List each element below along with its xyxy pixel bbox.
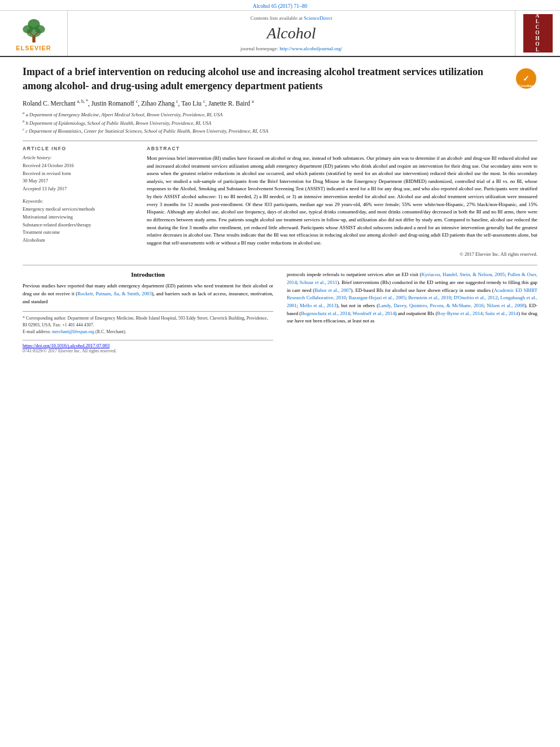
- affil-a: a a Department of Emergency Medicine, Al…: [23, 110, 537, 119]
- affiliations: a a Department of Emergency Medicine, Al…: [23, 110, 537, 135]
- intro-right-text: protocols impede referrals to outpatient…: [287, 271, 537, 325]
- svg-text:✓: ✓: [523, 74, 530, 83]
- sciencedirect-link[interactable]: ScienceDirect: [304, 15, 332, 21]
- history-subheading: Article history:: [23, 155, 135, 160]
- authors-line: Roland C. Merchant a, b, *, Justin Roman…: [23, 99, 537, 107]
- doi-link[interactable]: https://doi.org/10.1016/j.alcohol.2017.0…: [23, 343, 110, 348]
- doi-line: https://doi.org/10.1016/j.alcohol.2017.0…: [23, 343, 273, 348]
- ref-nilsen[interactable]: Nilsen et al., 2008: [487, 303, 524, 308]
- crossmark-icon[interactable]: ✓ CrossMark: [515, 67, 537, 90]
- journal-homepage: journal homepage: http://www.alcoholjour…: [240, 46, 343, 51]
- footnote-section: * Corresponding author. Department of Em…: [23, 311, 273, 335]
- article-title-text: Impact of a brief intervention on reduci…: [23, 65, 515, 93]
- footnote-corr-author: * Corresponding author. Department of Em…: [23, 315, 273, 329]
- article-title-row: Impact of a brief intervention on reduci…: [23, 65, 537, 93]
- ref-rockett[interactable]: Rockett, Putnam, Jia, & Smith, 2003: [77, 291, 152, 296]
- keywords-block: Keywords: Emergency medical services/met…: [23, 198, 135, 244]
- ref-schuur[interactable]: Schuur et al., 2011: [300, 279, 338, 285]
- section-divider: [23, 265, 537, 265]
- ref-saitz[interactable]: Saitz et al., 2014: [485, 311, 518, 316]
- keyword-2: Motivational interviewing: [23, 213, 135, 221]
- keyword-3: Substance-related disorders/therapy: [23, 221, 135, 229]
- keywords-heading: Keywords:: [23, 198, 135, 204]
- journal-volume-banner: Alcohol 65 (2017) 71–80: [0, 0, 560, 11]
- svg-text:CrossMark: CrossMark: [519, 84, 533, 88]
- affil-c: c c Department of Biostatistics, Center …: [23, 126, 537, 135]
- issn-line: 0741-8329/© 2017 Elsevier Inc. All right…: [23, 348, 273, 353]
- elsevier-text: ELSEVIER: [16, 45, 51, 51]
- journal-header: ELSEVIER Contents lists available at Sci…: [0, 11, 560, 57]
- abstract-column: Abstract Most previous brief interventio…: [147, 146, 537, 257]
- ref-donofrio[interactable]: D'Onofrio et al., 2012: [454, 295, 498, 300]
- keyword-5: Alcoholism: [23, 237, 135, 244]
- alcohol-logo-right: A L C O H O L: [515, 11, 560, 56]
- sciencedirect-text: Contents lists available at ScienceDirec…: [251, 15, 333, 21]
- main-content: Impact of a brief intervention on reduci…: [0, 57, 560, 361]
- keyword-1: Emergency medical services/methods: [23, 206, 135, 213]
- volume-text: Alcohol 65 (2017) 71–80: [253, 3, 307, 9]
- ref-bernstein[interactable]: Bernstein et al., 2010: [408, 295, 451, 300]
- accepted-date: Accepted 13 July 2017: [23, 185, 135, 193]
- svg-rect-4: [32, 36, 35, 42]
- page: Alcohol 65 (2017) 71–80 ELSEVIER Content…: [0, 0, 560, 361]
- abstract-heading: Abstract: [147, 146, 537, 151]
- keyword-4: Treatment outcome: [23, 229, 135, 237]
- copyright-line: © 2017 Elsevier Inc. All rights reserved…: [147, 251, 537, 257]
- affil-b: b b Department of Epidemiology, School o…: [23, 119, 537, 127]
- ref-mello[interactable]: Mello et al., 2013: [300, 303, 336, 308]
- received-revised-date: 30 May 2017: [23, 177, 135, 185]
- footnote-email: E-mail address: merchant@lifespan.org (R…: [23, 329, 273, 335]
- ref-babor[interactable]: Babor et al., 2007: [314, 287, 351, 293]
- journal-center-header: Contents lists available at ScienceDirec…: [68, 11, 515, 56]
- received-revised-label: Received in revised form: [23, 170, 135, 178]
- intro-left-text: Previous studies have reported that many…: [23, 282, 273, 305]
- abstract-text: Most previous brief intervention (BI) st…: [147, 155, 537, 247]
- alc-letters: A L C O H O L: [535, 13, 540, 53]
- ref-roybyrne[interactable]: Roy-Byrne et al., 2014: [437, 311, 482, 316]
- intro-right-column: protocols impede referrals to outpatient…: [287, 271, 537, 353]
- homepage-link[interactable]: http://www.alcoholjournal.org/: [279, 46, 342, 51]
- doi-issn-bar: https://doi.org/10.1016/j.alcohol.2017.0…: [23, 340, 273, 353]
- article-info-column: Article Info Article history: Received 2…: [23, 146, 135, 257]
- elsevier-tree-icon: [17, 18, 51, 43]
- ref-bazargan[interactable]: Bazargan-Hejazi et al., 2005: [349, 295, 406, 300]
- alcohol-journal-box: A L C O H O L: [523, 14, 553, 53]
- ref-landy[interactable]: Landy, Davey, Quintero, Pecora, & McShan…: [378, 303, 484, 308]
- article-info-heading: Article Info: [23, 146, 135, 151]
- footnote-email-link[interactable]: merchant@lifespan.org: [52, 329, 94, 334]
- journal-name: Alcohol: [266, 24, 316, 42]
- ref-woodruff[interactable]: Woodruff et al., 2014: [352, 311, 395, 316]
- elsevier-logo: ELSEVIER: [0, 11, 68, 56]
- introduction-heading: Introduction: [23, 271, 273, 278]
- introduction-section: Introduction Previous studies have repor…: [23, 271, 537, 353]
- received-date: Received 24 October 2016: [23, 162, 135, 170]
- article-info-abstract-section: Article Info Article history: Received 2…: [23, 141, 537, 257]
- ref-bogenschutz[interactable]: Bogenschutz et al., 2014: [301, 311, 350, 316]
- ref-kyriacou[interactable]: Kyriacou, Handel, Stein, & Nelson, 2005: [422, 272, 505, 277]
- intro-left-column: Introduction Previous studies have repor…: [23, 271, 273, 353]
